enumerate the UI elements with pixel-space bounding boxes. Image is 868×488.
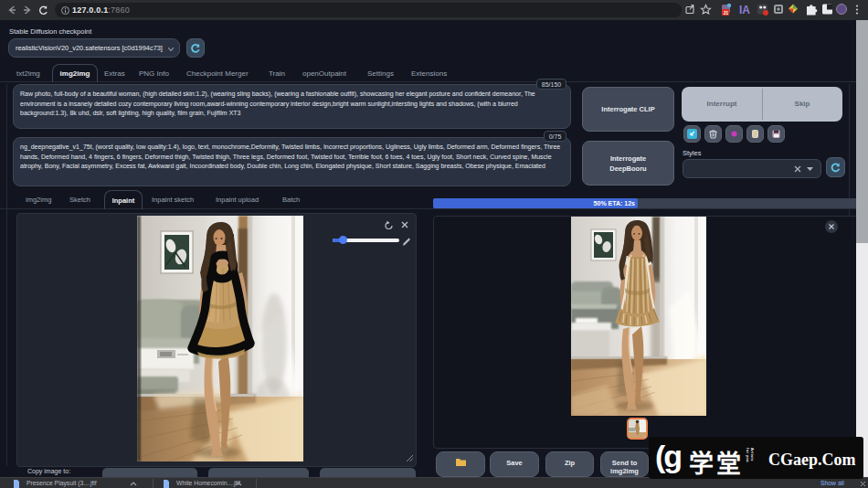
svg-text:IA: IA — [739, 4, 750, 16]
svg-text:21: 21 — [724, 11, 729, 16]
